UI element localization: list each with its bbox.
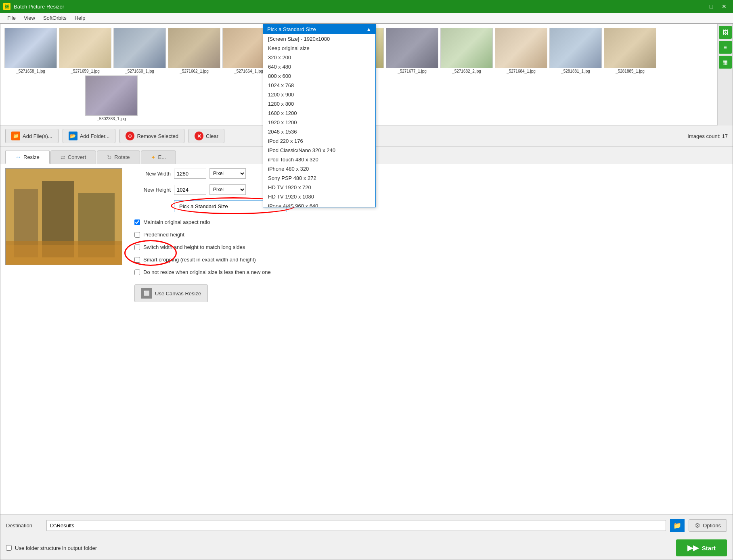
start-button[interactable]: ▶▶ Start [676, 539, 727, 556]
new-width-row: New Width Pixel Percent [134, 168, 728, 179]
right-sidebar: 🖼 ≡ ▦ [717, 24, 733, 125]
no-resize-checkbox[interactable] [134, 270, 140, 275]
preview-image [5, 168, 122, 265]
sidebar-list-icon[interactable]: ≡ [719, 41, 732, 54]
list-item[interactable]: _5271662_1.jpg [168, 28, 220, 73]
remove-selected-label: Remove Selected [137, 133, 178, 139]
dropdown-item-hd1080[interactable]: HD TV 1920 x 1080 [263, 192, 375, 201]
dropdown-item-800x600[interactable]: 800 x 600 [263, 71, 375, 81]
close-button[interactable]: ✕ [718, 2, 730, 11]
predefined-height-checkbox[interactable] [134, 232, 140, 238]
main-window: _5271658_1.jpg _5271659_1.jpg _5271660_1… [0, 23, 733, 560]
destination-input[interactable] [46, 520, 666, 531]
gallery-image [495, 28, 547, 68]
dropdown-title: Pick a Standard Size [267, 26, 316, 32]
gallery-image [440, 28, 493, 68]
dropdown-item-ipod[interactable]: iPod 220 x 176 [263, 136, 375, 146]
menu-bar: File View SoftOrbits Help [0, 13, 733, 23]
tab-convert[interactable]: ⇄ Convert [50, 150, 96, 164]
remove-selected-button[interactable]: ⊖ Remove Selected [119, 129, 184, 143]
dropdown-item-1920x1200[interactable]: 1920 x 1200 [263, 118, 375, 127]
add-files-label: Add File(s)... [23, 133, 52, 139]
menu-file[interactable]: File [3, 14, 20, 22]
title-bar: 🖼 Batch Picture Resizer — □ ✕ [0, 0, 733, 13]
list-item[interactable]: _5271677_1.jpg [386, 28, 438, 73]
dropdown-item-2048x1536[interactable]: 2048 x 1536 [263, 127, 375, 136]
menu-help[interactable]: Help [71, 14, 90, 22]
convert-icon: ⇄ [61, 154, 65, 161]
list-item[interactable]: _5281881_1.jpg [549, 28, 602, 73]
dropdown-item-original[interactable]: Keep original size [263, 44, 375, 53]
tab-enhance[interactable]: ✦ E... [141, 150, 176, 164]
images-count: Images count: 17 [687, 133, 728, 139]
dropdown-item-1600x1200[interactable]: 1600 x 1200 [263, 109, 375, 118]
remove-icon: ⊖ [126, 132, 134, 140]
list-item[interactable]: _5271659_1.jpg [59, 28, 111, 73]
dropdown-item-hd720[interactable]: HD TV 1920 x 720 [263, 183, 375, 192]
add-files-button[interactable]: 📁 Add File(s)... [5, 129, 59, 143]
destination-browse-button[interactable]: 📁 [670, 519, 685, 532]
dropdown-item-psp[interactable]: Sony PSP 480 x 272 [263, 173, 375, 183]
new-height-label: New Height [134, 187, 171, 193]
maintain-aspect-checkbox[interactable] [134, 219, 140, 225]
maintain-aspect-row: Maintain original aspect ratio [134, 219, 728, 225]
dropdown-item-1280x800[interactable]: 1280 x 800 [263, 99, 375, 109]
standard-size-row: Pick a Standard Size [174, 201, 728, 212]
clear-button[interactable]: ✕ Clear [188, 129, 224, 143]
tab-resize[interactable]: ↔ Resize [5, 150, 50, 164]
footer-row: Use folder structure in output folder ▶▶… [0, 536, 733, 560]
dropdown-item-screen[interactable]: [Screen Size] - 1920x1080 [263, 34, 375, 44]
tab-rotate[interactable]: ↻ Rotate [97, 150, 140, 164]
maintain-aspect-label: Maintain original aspect ratio [143, 219, 210, 225]
clear-icon: ✕ [195, 132, 203, 140]
destination-row: Destination 📁 ⚙ Options [0, 514, 733, 536]
gallery-image [386, 28, 438, 68]
tab-enhance-label: E... [158, 154, 166, 160]
image-label: _5271677_1.jpg [398, 69, 427, 73]
dropdown-item-640x480[interactable]: 640 x 480 [263, 62, 375, 71]
options-label: Options [703, 522, 721, 529]
new-width-input[interactable] [174, 169, 206, 179]
folder-structure-checkbox[interactable] [6, 545, 12, 551]
list-item[interactable]: _5281885_1.jpg [604, 28, 656, 73]
tab-rotate-label: Rotate [114, 154, 130, 160]
add-folder-button[interactable]: 📂 Add Folder... [63, 129, 116, 143]
smart-crop-label: Smart cropping (result in exact width an… [143, 257, 256, 263]
predefined-height-label: Predefined height [143, 232, 184, 238]
dropdown-scroll-indicator: ▲ [366, 26, 371, 32]
height-unit-select[interactable]: Pixel Percent [209, 184, 246, 195]
canvas-resize-button[interactable]: ⬜ Use Canvas Resize [134, 284, 208, 302]
list-item[interactable]: _5271682_2.jpg [440, 28, 493, 73]
dropdown-item-1024x768[interactable]: 1024 x 768 [263, 81, 375, 90]
standard-size-dropdown[interactable]: Pick a Standard Size ▲ [Screen Size] - 1… [263, 24, 376, 207]
dropdown-item-ipod-classic[interactable]: iPod Classic/Nano 320 x 240 [263, 146, 375, 155]
options-button[interactable]: ⚙ Options [689, 519, 727, 532]
image-label: _5271662_1.jpg [180, 69, 209, 73]
list-item[interactable]: _5271658_1.jpg [4, 28, 57, 73]
browse-icon: 📁 [673, 522, 681, 529]
gallery-image [604, 28, 656, 68]
list-item[interactable]: _5302383_1.jpg [85, 75, 138, 121]
list-item[interactable]: _5271660_1.jpg [113, 28, 166, 73]
maximize-button[interactable]: □ [706, 2, 717, 11]
new-height-input[interactable] [174, 185, 206, 195]
dropdown-item-iphone4[interactable]: iPone 4/4S 960 x 640 [263, 201, 375, 207]
sidebar-grid-icon[interactable]: ▦ [719, 56, 732, 69]
canvas-icon: ⬜ [141, 288, 152, 299]
image-label: _5281885_1.jpg [616, 69, 645, 73]
switch-wh-checkbox[interactable] [134, 244, 140, 250]
dropdown-item-320x200[interactable]: 320 x 200 [263, 53, 375, 62]
menu-view[interactable]: View [20, 14, 39, 22]
list-item[interactable]: _5271684_1.jpg [495, 28, 547, 73]
gallery-image [113, 28, 166, 68]
dropdown-item-1200x900[interactable]: 1200 x 900 [263, 90, 375, 99]
image-label: _5271684_1.jpg [507, 69, 536, 73]
smart-crop-checkbox[interactable] [134, 257, 140, 263]
minimize-button[interactable]: — [693, 2, 704, 11]
menu-softorbits[interactable]: SoftOrbits [39, 14, 71, 22]
sidebar-gallery-icon[interactable]: 🖼 [719, 26, 732, 39]
width-unit-select[interactable]: Pixel Percent [209, 168, 246, 179]
destination-label: Destination [6, 522, 42, 529]
dropdown-item-iphone[interactable]: iPhone 480 x 320 [263, 164, 375, 173]
dropdown-item-ipod-touch[interactable]: iPod Touch 480 x 320 [263, 155, 375, 164]
